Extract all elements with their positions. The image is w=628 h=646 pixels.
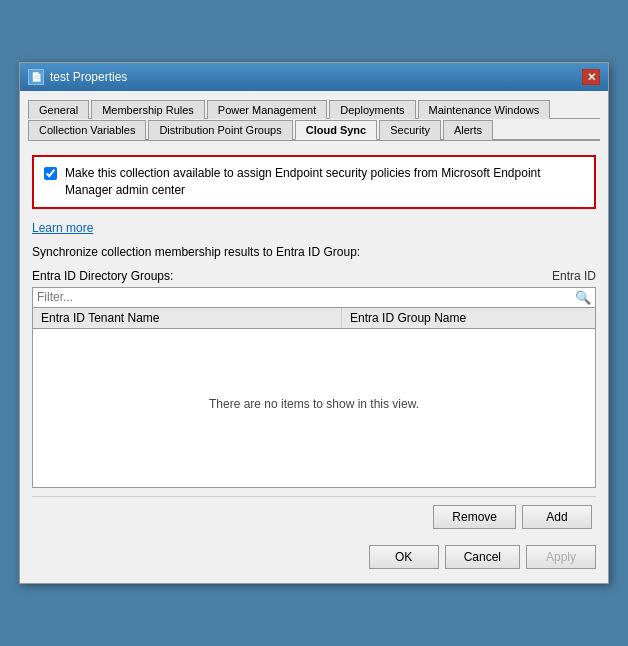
properties-window: 📄 test Properties ✕ General Membership R…	[19, 62, 609, 584]
sync-label: Synchronize collection membership result…	[32, 245, 596, 259]
filter-input[interactable]	[37, 290, 575, 304]
directory-header: Entra ID Directory Groups: Entra ID	[32, 269, 596, 283]
window-title: test Properties	[50, 70, 127, 84]
tab-maintenance-windows[interactable]: Maintenance Windows	[418, 100, 551, 119]
tab-distribution-point-groups[interactable]: Distribution Point Groups	[148, 120, 292, 140]
title-bar-left: 📄 test Properties	[28, 69, 127, 85]
tab-security[interactable]: Security	[379, 120, 441, 140]
cancel-button[interactable]: Cancel	[445, 545, 520, 569]
footer-buttons: OK Cancel Apply	[28, 537, 600, 575]
remove-button[interactable]: Remove	[433, 505, 516, 529]
content-area: Make this collection available to assign…	[28, 151, 600, 537]
checkbox-section: Make this collection available to assign…	[32, 155, 596, 209]
learn-more-link[interactable]: Learn more	[32, 221, 93, 235]
empty-message: There are no items to show in this view.	[209, 397, 419, 411]
tab-deployments[interactable]: Deployments	[329, 100, 415, 119]
close-button[interactable]: ✕	[582, 69, 600, 85]
tab-collection-variables[interactable]: Collection Variables	[28, 120, 146, 140]
ok-button[interactable]: OK	[369, 545, 439, 569]
bottom-buttons: Remove Add	[32, 496, 596, 533]
add-button[interactable]: Add	[522, 505, 592, 529]
table-col-tenant-name: Entra ID Tenant Name	[33, 308, 342, 328]
table-container: Entra ID Tenant Name Entra ID Group Name…	[32, 308, 596, 488]
checkbox-label: Make this collection available to assign…	[65, 165, 584, 199]
entra-id-label: Entra ID	[552, 269, 596, 283]
tabs-row1: General Membership Rules Power Managemen…	[28, 99, 600, 119]
tab-general[interactable]: General	[28, 100, 89, 119]
window-icon: 📄	[28, 69, 44, 85]
search-icon[interactable]: 🔍	[575, 290, 591, 305]
table-body: There are no items to show in this view.	[33, 329, 595, 479]
title-bar: 📄 test Properties ✕	[20, 63, 608, 91]
tab-power-management[interactable]: Power Management	[207, 100, 327, 119]
filter-row: 🔍	[32, 287, 596, 308]
tab-cloud-sync[interactable]: Cloud Sync	[295, 120, 378, 140]
apply-button[interactable]: Apply	[526, 545, 596, 569]
window-body: General Membership Rules Power Managemen…	[20, 91, 608, 583]
directory-section: Entra ID Directory Groups: Entra ID 🔍 En…	[32, 269, 596, 488]
tabs-row2: Collection Variables Distribution Point …	[28, 119, 600, 141]
table-header: Entra ID Tenant Name Entra ID Group Name	[33, 308, 595, 329]
directory-label: Entra ID Directory Groups:	[32, 269, 173, 283]
endpoint-security-checkbox[interactable]	[44, 167, 57, 180]
tab-membership-rules[interactable]: Membership Rules	[91, 100, 205, 119]
table-col-group-name: Entra ID Group Name	[342, 308, 595, 328]
tab-alerts[interactable]: Alerts	[443, 120, 493, 140]
